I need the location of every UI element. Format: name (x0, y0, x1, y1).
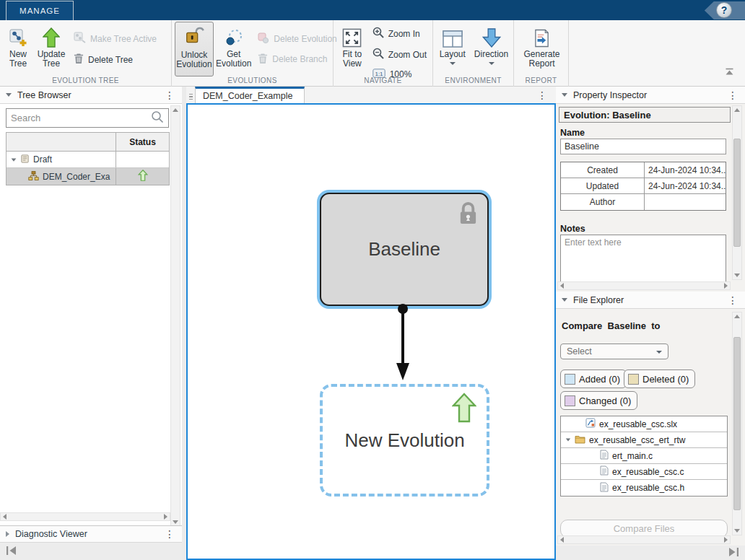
status-up-arrow-icon (138, 170, 148, 183)
expand-triangle-icon[interactable] (566, 439, 570, 442)
ribbon-spacer (569, 20, 745, 87)
ribbon-toolbar: New Tree Update Tree Make Tree Active (0, 20, 745, 87)
compare-target-select[interactable]: Select (560, 344, 668, 359)
property-inspector-header: Property Inspector ⋮ (556, 87, 745, 104)
file-row-c[interactable]: ex_reusable_csc.c (561, 464, 727, 480)
canvas-tab-menu-icon[interactable]: ⋮ (536, 90, 549, 100)
select-placeholder: Select (567, 346, 652, 356)
tree-browser-hscrollbar[interactable] (0, 512, 170, 521)
direction-dropdown-button[interactable]: Direction (472, 22, 510, 76)
tree-row-draft[interactable]: Draft (6, 152, 169, 168)
collapse-triangle-icon[interactable] (6, 93, 12, 97)
tab-manage[interactable]: MANAGE (6, 1, 74, 20)
help-button[interactable]: ? (716, 2, 732, 18)
diagnostic-viewer-header[interactable]: Diagnostic Viewer ⋮ (0, 525, 182, 543)
generate-report-button[interactable]: Generate Report (520, 22, 565, 76)
make-tree-active-icon (74, 32, 86, 45)
zoom-out-button[interactable]: Zoom Out (372, 48, 427, 61)
property-inspector-vscrollbar[interactable] (732, 105, 742, 280)
tree-row-label: DEM_Coder_Exa (43, 172, 110, 182)
tree-row-label: Draft (33, 154, 52, 165)
changed-filter-chip[interactable]: Changed (0) (560, 391, 637, 410)
file-name: ert_main.c (612, 451, 653, 461)
make-tree-active-button[interactable]: Make Tree Active (74, 32, 157, 45)
tab-dem-coder-example[interactable]: DEM_Coder_Example (195, 87, 305, 103)
expand-triangle-icon[interactable] (6, 531, 9, 537)
dem-status-cell (116, 168, 169, 185)
tab-grip-icon[interactable] (186, 90, 195, 103)
file-row-slx[interactable]: ex_reusable_csc.slx (561, 416, 727, 432)
fit-to-view-button[interactable]: Fit to View (336, 22, 368, 76)
tree-browser-menu-icon[interactable]: ⋮ (163, 90, 176, 100)
baseline-node-label: Baseline (368, 238, 440, 261)
evolution-tree-icon (28, 171, 39, 183)
edge-arrowhead-icon (396, 363, 409, 380)
collapse-triangle-icon[interactable] (562, 93, 567, 97)
group-label-evolutions: EVOLUTIONS (172, 76, 333, 84)
expand-triangle-icon[interactable] (12, 158, 17, 161)
dock-left-icon[interactable] (6, 546, 17, 558)
notes-label: Notes (560, 224, 585, 234)
collapse-triangle-icon[interactable] (562, 298, 567, 302)
tree-row-dem-coder[interactable]: DEM_Coder_Exa (6, 168, 169, 185)
update-tree-button[interactable]: Update Tree (33, 22, 69, 76)
direction-icon (482, 26, 501, 48)
created-key: Created (561, 162, 645, 178)
right-bottom-strip (556, 546, 745, 560)
layout-label: Layout (440, 50, 466, 59)
deleted-chip-label: Deleted (0) (642, 374, 689, 385)
new-tree-button[interactable]: New Tree (3, 22, 33, 76)
property-inspector-hscrollbar[interactable] (557, 281, 731, 290)
canvas-tab-label: DEM_Coder_Example (203, 91, 292, 101)
group-label-report: REPORT (514, 76, 568, 84)
generate-report-icon (533, 26, 550, 48)
name-field[interactable] (560, 139, 726, 154)
created-value: 24-Jun-2024 10:34... (645, 162, 726, 178)
file-explorer-content: Compare Baseline to Select Added (0) Del… (556, 309, 745, 546)
deleted-filter-chip[interactable]: Deleted (0) (624, 369, 695, 388)
added-filter-chip[interactable]: Added (0) (560, 369, 627, 388)
ribbon-group-environment: Layout Direction ENVIRONMENT (433, 20, 514, 87)
source-file-icon (600, 450, 609, 462)
new-tree-icon (9, 26, 27, 48)
trash-icon (74, 53, 84, 66)
new-evolution-node[interactable]: New Evolution (320, 384, 489, 496)
file-name: ex_reusable_csc_ert_rtw (589, 435, 685, 445)
file-name: ex_reusable_csc.slx (599, 419, 677, 429)
dock-right-icon[interactable] (728, 547, 739, 559)
get-evolution-button[interactable]: Get Evolution (214, 22, 253, 76)
layout-dropdown-button[interactable]: Layout (437, 22, 468, 76)
file-row-folder[interactable]: ex_reusable_csc_ert_rtw (561, 432, 727, 448)
evolution-canvas[interactable]: Baseline New Evolution (186, 103, 556, 560)
notes-field[interactable] (560, 235, 726, 282)
new-evolution-up-arrow-icon (452, 393, 476, 428)
source-file-icon (600, 465, 609, 478)
right-panel: Property Inspector ⋮ Evolution: Baseline… (556, 87, 745, 560)
ribbon-group-evolutions: Unlock Evolution Get Evolution Delete Ev… (172, 20, 334, 87)
file-list: ex_reusable_csc.slx ex_reusable_csc_ert_… (560, 416, 728, 496)
collapse-ribbon-button[interactable] (724, 68, 735, 78)
group-label-environment: ENVIRONMENT (433, 76, 513, 84)
baseline-node[interactable]: Baseline (320, 193, 489, 306)
delete-branch-button[interactable]: Delete Branch (258, 53, 336, 66)
zoom-in-button[interactable]: Zoom In (372, 27, 427, 40)
file-row-h[interactable]: ex_reusable_csc.h (561, 480, 727, 496)
property-inspector-menu-icon[interactable]: ⋮ (726, 90, 739, 100)
file-explorer-menu-icon[interactable]: ⋮ (726, 295, 739, 305)
file-explorer-hscrollbar[interactable] (557, 535, 731, 544)
file-explorer-vscrollbar[interactable] (732, 312, 742, 535)
search-input[interactable] (11, 113, 151, 123)
file-row-c[interactable]: ert_main.c (561, 448, 727, 464)
author-value (645, 194, 726, 210)
evolution-edge[interactable] (401, 312, 404, 364)
diagnostic-viewer-menu-icon[interactable]: ⋮ (163, 529, 176, 539)
layout-caret-icon (450, 62, 456, 65)
tree-browser-vscrollbar[interactable] (170, 105, 180, 527)
tree-browser-header: Tree Browser ⋮ (0, 87, 182, 104)
update-tree-icon (43, 26, 60, 48)
delete-evolution-button[interactable]: Delete Evolution (258, 32, 336, 45)
unlock-evolution-button[interactable]: Unlock Evolution (175, 22, 214, 76)
direction-label: Direction (474, 50, 508, 59)
delete-tree-button[interactable]: Delete Tree (74, 53, 157, 66)
added-color-swatch (565, 374, 575, 385)
